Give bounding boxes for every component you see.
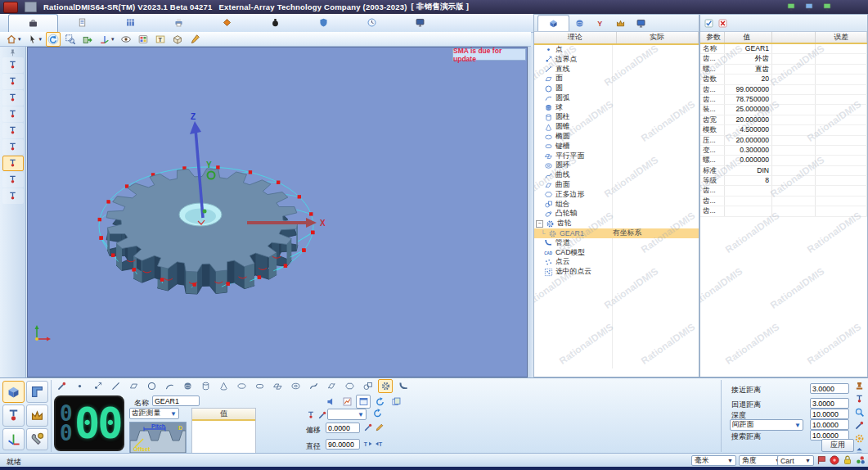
tree-item-键槽[interactable]: 键槽	[534, 142, 699, 151]
export-button[interactable]	[80, 32, 95, 47]
feature-boundary-point-button[interactable]	[90, 379, 105, 393]
diameter-tag-fwd-icon[interactable]: T	[363, 439, 373, 449]
param-row-名称[interactable]: 名称GEAR1	[700, 44, 867, 54]
tree-tab-cube3d[interactable]	[537, 15, 569, 31]
diameter-input[interactable]	[326, 439, 360, 450]
feature-ellipse-button[interactable]	[234, 379, 249, 393]
ribbon-tab-ink[interactable]	[251, 14, 299, 31]
probe-tool-6[interactable]	[2, 139, 24, 155]
ribbon-tab-clock[interactable]	[348, 14, 396, 31]
ribbon-tab-document[interactable]	[58, 14, 106, 31]
tree-item-圆[interactable]: 圆	[534, 84, 699, 93]
speaker-toggle[interactable]	[323, 395, 338, 409]
probe-tool-7[interactable]	[2, 156, 24, 171]
feature-circle-button[interactable]	[144, 379, 159, 393]
feature-surface-button[interactable]	[324, 379, 339, 393]
ribbon-tab-grid[interactable]	[106, 14, 155, 31]
feature-plane-button[interactable]	[126, 379, 141, 393]
probe-tool-3[interactable]	[2, 90, 24, 106]
feature-sphere-button[interactable]	[180, 379, 195, 393]
param-row-模数[interactable]: 模数4.500000	[700, 125, 867, 135]
offset-edit-icon[interactable]	[375, 423, 385, 432]
gear-solid-button[interactable]	[852, 432, 866, 444]
tree-item-直线[interactable]: 直线	[534, 65, 699, 75]
tree-item-圆弧[interactable]: 圆弧	[534, 93, 699, 103]
status-flag-red[interactable]	[816, 454, 827, 466]
probe-tool-5[interactable]	[2, 123, 24, 138]
feature-cylinder-button[interactable]	[198, 379, 213, 393]
feature-polygon-button[interactable]	[342, 379, 357, 393]
tree-item-CAD模型[interactable]: CADCAD模型	[534, 248, 699, 258]
box-button[interactable]	[170, 32, 185, 47]
title-monitor-icon-3[interactable]	[822, 2, 832, 11]
feature-curve-button[interactable]	[306, 379, 321, 393]
tree-item-齿轮[interactable]: −齿轮	[534, 219, 699, 228]
pushpin-icon[interactable]	[8, 48, 17, 57]
feature-line-button[interactable]	[108, 379, 123, 393]
feature-combo-button[interactable]	[360, 379, 375, 393]
magnifier-button[interactable]	[852, 406, 866, 418]
tree-item-点云[interactable]: 点云	[534, 258, 699, 268]
diameter-tag-back-icon[interactable]: T	[375, 439, 385, 449]
probe-icon[interactable]	[306, 410, 316, 420]
home-button[interactable]: ▾	[4, 32, 23, 47]
tree-item-选中的点云[interactable]: 选中的点云	[534, 267, 699, 277]
window-toggle[interactable]	[356, 395, 371, 409]
probe-button[interactable]	[852, 393, 866, 404]
tree-tab-filter-y[interactable]: Y	[590, 16, 610, 31]
path-input-回退距离[interactable]	[810, 398, 849, 409]
param-row-齿宽[interactable]: 齿宽20.000000	[700, 115, 867, 125]
tree-item-GEAR1[interactable]: └GEAR1有坐标系	[534, 228, 699, 238]
ribbon-tab-briefcase[interactable]	[8, 14, 58, 32]
cube3d-button[interactable]	[2, 381, 25, 403]
param-row-螺...[interactable]: 螺...0.000000	[700, 156, 867, 165]
param-row-装...[interactable]: 装...25.000000	[700, 105, 867, 115]
ribbon-tab-diamond[interactable]	[203, 14, 251, 31]
param-row-齿...[interactable]: 齿...78.750000	[700, 95, 867, 105]
rotate-toggle[interactable]	[372, 395, 387, 409]
feature-slot-button[interactable]	[252, 379, 267, 393]
title-monitor-icon-2[interactable]	[804, 2, 814, 11]
recalc-icon[interactable]	[372, 408, 383, 418]
tree-column-theoretical[interactable]: 理论	[534, 32, 617, 43]
viewport-3d[interactable]: ZXY SMA is due for update	[27, 47, 528, 377]
param-row-螺...[interactable]: 螺...直齿	[700, 65, 867, 75]
tree-item-平行平面[interactable]: 平行平面	[534, 151, 699, 161]
path-input-间距面[interactable]	[810, 419, 849, 430]
probe-button[interactable]	[2, 404, 25, 427]
tree-item-椭圆[interactable]: 椭圆	[534, 132, 699, 142]
param-row-齿...[interactable]: 齿...	[700, 197, 867, 206]
tree-item-曲线[interactable]: 曲线	[534, 170, 699, 180]
param-row-等级[interactable]: 等级8	[700, 176, 867, 186]
tools-button[interactable]	[26, 428, 48, 450]
offset-probe-pen-icon[interactable]	[363, 423, 373, 432]
gear-mode-select[interactable]: 齿距测量 ▼	[129, 408, 179, 419]
stamp-button[interactable]	[852, 380, 866, 391]
tree-item-管道[interactable]: 管道	[534, 238, 699, 248]
feature-torus-button[interactable]	[288, 379, 303, 393]
eye-button[interactable]	[119, 32, 133, 47]
pitch-offset-thumbnail[interactable]: Pitch Offset D	[129, 422, 187, 454]
status-ulock[interactable]	[842, 454, 853, 466]
column-parameter[interactable]: 参数	[700, 32, 725, 43]
tree-tab-monitor[interactable]	[631, 16, 651, 31]
tree-item-圆柱[interactable]: 圆柱	[534, 113, 699, 123]
crown-button[interactable]	[26, 404, 48, 427]
coord-select[interactable]: Cart▼	[777, 455, 814, 466]
tree-item-面[interactable]: 面	[534, 74, 699, 84]
tree-item-组合[interactable]: 组合	[534, 200, 699, 210]
tree-item-圆环[interactable]: 圆环	[534, 161, 699, 171]
feature-probe-pen-button[interactable]	[54, 379, 69, 393]
tree-item-球[interactable]: 球	[534, 103, 699, 113]
probe-tool-8[interactable]	[2, 172, 24, 188]
units-select[interactable]: 毫米▼	[691, 455, 736, 466]
probe-tool-9[interactable]	[2, 188, 24, 204]
close-red-icon[interactable]	[717, 18, 728, 29]
probe-pen-button[interactable]	[852, 419, 866, 431]
status-multi[interactable]	[855, 454, 866, 466]
refresh-button[interactable]	[46, 32, 61, 47]
feature-arc-button[interactable]	[162, 379, 177, 393]
tree-item-曲面[interactable]: 曲面	[534, 180, 699, 190]
cursor-button[interactable]: ▾	[25, 32, 44, 47]
probe-tool-4[interactable]	[2, 106, 24, 122]
